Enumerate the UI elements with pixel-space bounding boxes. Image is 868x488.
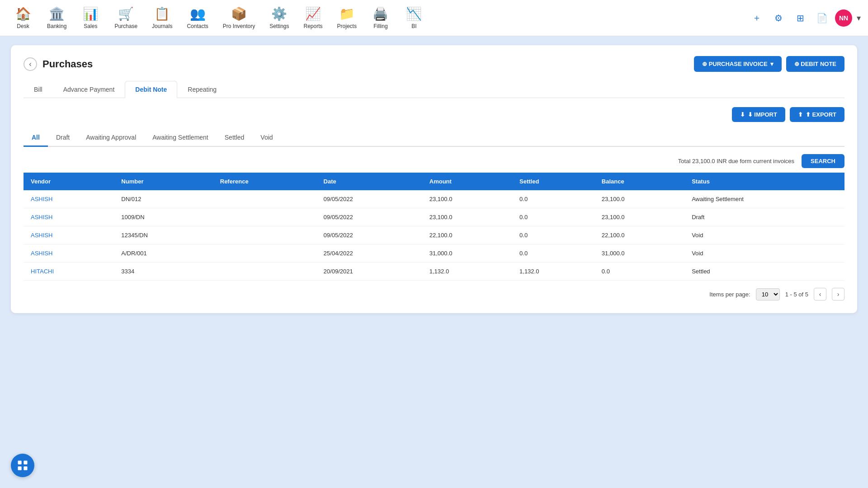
total-row: Total 23,100.0 INR due form current invo…: [24, 154, 844, 168]
items-per-page-label: Items per page:: [709, 291, 750, 298]
cell-amount: 1,132.0: [422, 263, 512, 281]
nav-label-pro-inventory: Pro Inventory: [223, 23, 255, 29]
cell-balance: 23,100.0: [594, 190, 684, 208]
tab-repeating[interactable]: Repeating: [177, 81, 227, 98]
cell-settled: 0.0: [512, 208, 594, 226]
add-button[interactable]: ＋: [748, 9, 765, 27]
page-title: Purchases: [42, 58, 93, 70]
contacts-icon: 👥: [190, 6, 206, 21]
cell-amount: 23,100.0: [422, 208, 512, 226]
debit-note-label: ⊕ DEBIT NOTE: [794, 61, 836, 67]
nav-item-pro-inventory[interactable]: 📦 Pro Inventory: [217, 3, 261, 33]
header-actions: ⊕ PURCHASE INVOICE ▾ ⊕ DEBIT NOTE: [694, 56, 844, 72]
cell-amount: 22,100.0: [422, 226, 512, 244]
cell-reference: [213, 244, 316, 263]
data-table: Vendor Number Reference Date Amount Sett…: [24, 173, 844, 281]
nav-label-desk: Desk: [17, 23, 29, 29]
avatar[interactable]: NN: [835, 9, 852, 27]
svg-rect-1: [24, 461, 27, 465]
nav-item-journals[interactable]: 📋 Journals: [146, 3, 179, 33]
nav-label-journals: Journals: [152, 23, 172, 29]
tab-advance-payment[interactable]: Advance Payment: [53, 81, 125, 98]
import-icon: ⬇: [740, 111, 745, 118]
cell-status: Void: [684, 226, 844, 244]
status-tab-void[interactable]: Void: [252, 129, 281, 147]
settings-icon: ⚙️: [271, 6, 287, 21]
search-button[interactable]: SEARCH: [802, 154, 844, 168]
cell-vendor[interactable]: HITACHI: [24, 263, 114, 281]
status-tab-awaiting-approval[interactable]: Awaiting Approval: [78, 129, 144, 147]
cell-date: 09/05/2022: [316, 226, 422, 244]
grid-icon: [16, 459, 29, 472]
svg-rect-3: [24, 466, 27, 470]
dropdown-arrow[interactable]: ▾: [857, 13, 861, 23]
nav-item-contacts[interactable]: 👥 Contacts: [180, 3, 214, 33]
cell-amount: 23,100.0: [422, 190, 512, 208]
tab-bill[interactable]: Bill: [24, 81, 53, 98]
bottom-grid-button[interactable]: [11, 454, 34, 477]
items-per-page-select[interactable]: 10 25 50: [756, 288, 780, 300]
cell-vendor[interactable]: ASHISH: [24, 190, 114, 208]
action-bar: ⬇ ⬇ IMPORT ⬆ ⬆ EXPORT: [24, 107, 844, 122]
tab-debit-note[interactable]: Debit Note: [125, 81, 177, 98]
purchase-icon: 🛒: [118, 6, 134, 21]
doc-button[interactable]: 📄: [813, 9, 830, 27]
nav-label-reports: Reports: [304, 23, 323, 29]
cell-status: Void: [684, 244, 844, 263]
cell-settled: 1,132.0: [512, 263, 594, 281]
nav-item-banking[interactable]: 🏛️ Banking: [41, 3, 73, 33]
nav-item-bi[interactable]: 📉 BI: [398, 3, 430, 33]
purchase-invoice-button[interactable]: ⊕ PURCHASE INVOICE ▾: [694, 56, 782, 72]
table-row: ASHISH A/DR/001 25/04/2022 31,000.0 0.0 …: [24, 244, 844, 263]
cell-status: Settled: [684, 263, 844, 281]
nav-item-projects[interactable]: 📁 Projects: [331, 3, 363, 33]
nav-item-purchase[interactable]: 🛒 Purchase: [108, 3, 144, 33]
nav-item-filling[interactable]: 🖨️ Filling: [365, 3, 396, 33]
col-balance: Balance: [594, 173, 684, 190]
cell-status: Draft: [684, 208, 844, 226]
col-reference: Reference: [213, 173, 316, 190]
cell-vendor[interactable]: ASHISH: [24, 208, 114, 226]
svg-rect-2: [18, 466, 22, 470]
cell-settled: 0.0: [512, 226, 594, 244]
col-settled: Settled: [512, 173, 594, 190]
status-tab-draft[interactable]: Draft: [48, 129, 78, 147]
import-button[interactable]: ⬇ ⬇ IMPORT: [732, 107, 785, 122]
nav-right: ＋ ⚙ ⊞ 📄 NN ▾: [748, 9, 861, 27]
desk-icon: 🏠: [15, 6, 31, 21]
nav-item-settings[interactable]: ⚙️ Settings: [263, 3, 295, 33]
bi-icon: 📉: [406, 6, 422, 21]
nav-item-reports[interactable]: 📈 Reports: [297, 3, 329, 33]
pagination-range: 1 - 5 of 5: [785, 291, 808, 298]
next-page-button[interactable]: ›: [832, 288, 844, 300]
status-tab-all[interactable]: All: [24, 129, 48, 147]
import-label: ⬇ IMPORT: [748, 111, 777, 118]
dropdown-arrow-icon: ▾: [770, 61, 774, 67]
debit-note-button[interactable]: ⊕ DEBIT NOTE: [786, 56, 844, 72]
nav-item-sales[interactable]: 📊 Sales: [75, 3, 106, 33]
prev-page-button[interactable]: ‹: [814, 288, 826, 300]
cell-balance: 22,100.0: [594, 226, 684, 244]
page-header: ‹ Purchases ⊕ PURCHASE INVOICE ▾ ⊕ DEBIT…: [24, 56, 844, 72]
journals-icon: 📋: [154, 6, 170, 21]
purchase-invoice-label: ⊕ PURCHASE INVOICE: [702, 61, 768, 67]
cell-number: DN/012: [114, 190, 212, 208]
pro-inventory-icon: 📦: [231, 6, 247, 21]
status-tab-awaiting-settlement[interactable]: Awaiting Settlement: [144, 129, 216, 147]
cell-vendor[interactable]: ASHISH: [24, 244, 114, 263]
cell-vendor[interactable]: ASHISH: [24, 226, 114, 244]
cell-number: 12345/DN: [114, 226, 212, 244]
grid-button[interactable]: ⊞: [792, 9, 809, 27]
cell-settled: 0.0: [512, 244, 594, 263]
table-row: ASHISH 12345/DN 09/05/2022 22,100.0 0.0 …: [24, 226, 844, 244]
col-vendor: Vendor: [24, 173, 114, 190]
cell-number: 3334: [114, 263, 212, 281]
back-button[interactable]: ‹: [24, 57, 37, 71]
cell-date: 25/04/2022: [316, 244, 422, 263]
cell-number: 1009/DN: [114, 208, 212, 226]
cell-date: 20/09/2021: [316, 263, 422, 281]
gear-button[interactable]: ⚙: [770, 9, 787, 27]
export-button[interactable]: ⬆ ⬆ EXPORT: [790, 107, 844, 122]
nav-item-desk[interactable]: 🏠 Desk: [7, 3, 39, 33]
status-tab-settled[interactable]: Settled: [217, 129, 253, 147]
